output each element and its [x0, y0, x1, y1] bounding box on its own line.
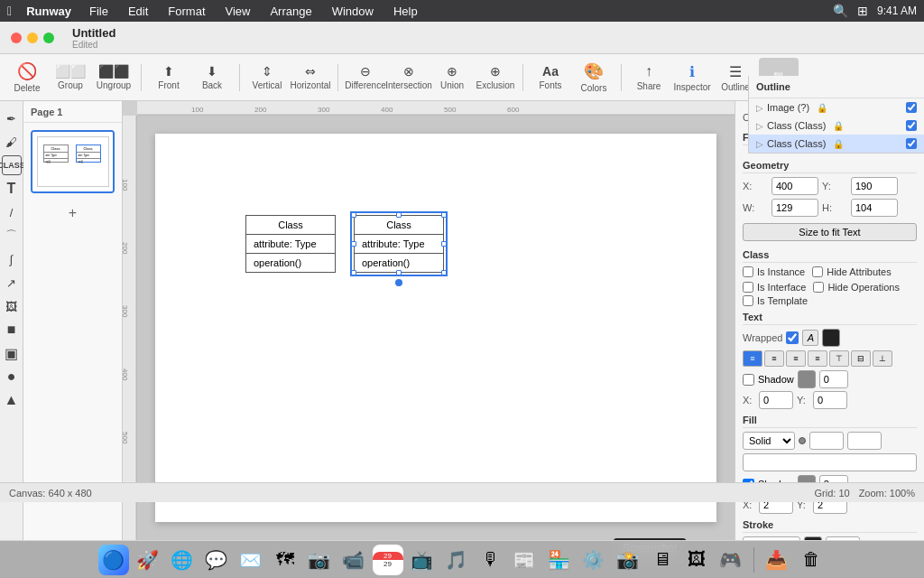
dock-trash[interactable]: 🗑	[796, 545, 827, 575]
dock-settings[interactable]: ⚙️	[578, 545, 609, 575]
align-left-button[interactable]: ≡	[743, 350, 762, 367]
tool-arrow[interactable]: ↗	[2, 273, 22, 293]
share-button[interactable]: ↑ Share	[629, 58, 669, 98]
menu-view[interactable]: View	[222, 3, 254, 20]
text-shadow-color[interactable]	[798, 370, 816, 388]
tool-line[interactable]: /	[2, 202, 22, 222]
tool-rounded-rect[interactable]: ▣	[2, 343, 22, 363]
ungroup-button[interactable]: ⬛⬛ Ungroup	[94, 58, 134, 98]
canvas-area[interactable]: 100 200 300 400 500 600 100 200 300 400	[123, 101, 735, 540]
wrapped-checkbox[interactable]	[786, 331, 799, 344]
tool-curve[interactable]: ⌒	[2, 226, 22, 246]
outline-item-0[interactable]: ▷ Image (?) 🔒	[749, 98, 924, 117]
h-input[interactable]	[851, 199, 898, 217]
intersection-button[interactable]: ⊗ Intersection	[389, 58, 429, 98]
size-to-fit-button[interactable]: Size to fit Text	[743, 223, 917, 241]
outline-item-2-visible[interactable]	[906, 138, 917, 149]
control-center-icon[interactable]: ⊞	[857, 4, 868, 18]
dock-maps[interactable]: 🗺	[270, 545, 300, 575]
dock-retcon[interactable]: 🎮	[716, 545, 746, 575]
search-icon[interactable]: 🔍	[833, 4, 848, 18]
fill-y-val[interactable]	[847, 432, 882, 450]
minimize-button[interactable]	[27, 33, 38, 43]
page-1-thumbnail[interactable]: Class attr: Type op() Class attr: Type o…	[31, 130, 115, 193]
fonts-button[interactable]: Aa Fonts	[531, 58, 570, 98]
align-justify-button[interactable]: ≡	[808, 350, 827, 367]
text-style-a[interactable]: A	[802, 330, 818, 346]
outline-item-1[interactable]: ▷ Class (Class) 🔒	[749, 117, 924, 135]
dock-screenshot[interactable]: 📸	[613, 545, 643, 575]
dock-tv[interactable]: 📺	[407, 545, 438, 575]
group-button[interactable]: ⬜⬜ Group	[51, 58, 90, 98]
maximize-button[interactable]	[43, 33, 54, 43]
dock-podcasts[interactable]: 🎙	[476, 545, 506, 575]
tool-class-shape[interactable]: CLASS	[2, 155, 22, 175]
align-bottom-button[interactable]: ⊥	[873, 350, 892, 367]
is-interface-checkbox[interactable]	[743, 282, 753, 293]
menu-edit[interactable]: Edit	[125, 3, 152, 20]
uml-class-2[interactable]: Class attribute: Type operation()	[354, 215, 444, 273]
tool-circle[interactable]: ●	[2, 367, 22, 387]
handle-bl[interactable]	[351, 270, 356, 275]
hide-ops-checkbox[interactable]	[813, 282, 824, 293]
tool-image[interactable]: 🖼	[2, 296, 22, 316]
tool-rect[interactable]: ■	[2, 320, 22, 340]
handle-tc[interactable]	[396, 212, 402, 218]
menu-window[interactable]: Window	[328, 3, 377, 20]
dock-mail[interactable]: ✉️	[236, 545, 266, 575]
dock-terminal[interactable]: 🖥	[647, 545, 678, 575]
exclusion-button[interactable]: ⊕ Exclusion	[476, 58, 515, 98]
close-button[interactable]	[11, 33, 22, 43]
back-button[interactable]: ⬇ Back	[192, 58, 232, 98]
dock-photos[interactable]: 📷	[304, 545, 335, 575]
handle-mr[interactable]	[441, 241, 447, 247]
menu-help[interactable]: Help	[390, 3, 421, 20]
vertical-button[interactable]: ⇕ Vertical	[247, 58, 287, 98]
dock-music[interactable]: 🎵	[441, 545, 472, 575]
dock-messages[interactable]: 💬	[201, 545, 232, 575]
tool-triangle[interactable]: ▲	[2, 390, 22, 410]
align-top-button[interactable]: ⊤	[829, 350, 849, 367]
dock-airdrop[interactable]: 📥	[762, 545, 792, 575]
handle-bc[interactable]	[396, 270, 402, 275]
handle-tl[interactable]	[351, 212, 356, 218]
fill-color-box[interactable]	[743, 453, 917, 471]
w-input[interactable]	[772, 199, 818, 217]
dock-safari[interactable]: 🌐	[167, 545, 198, 575]
delete-button[interactable]: 🚫 Delete	[7, 58, 47, 98]
tool-text[interactable]: T	[2, 179, 22, 199]
y-input[interactable]	[851, 177, 898, 195]
tool-brush[interactable]: 🖌	[2, 132, 22, 152]
dock-news[interactable]: 📰	[510, 545, 541, 575]
fill-type-select[interactable]: Solid Linear Radial None	[743, 432, 795, 450]
align-center-button[interactable]: ≡	[764, 350, 784, 367]
add-page-button[interactable]: +	[31, 204, 115, 222]
canvas-background[interactable]: Class attribute: Type operation() Class …	[137, 116, 735, 540]
dock-calendar[interactable]: 29 29	[373, 545, 403, 575]
text-shadow-y[interactable]	[813, 391, 847, 409]
difference-button[interactable]: ⊖ Difference	[346, 58, 385, 98]
text-shadow-x[interactable]	[759, 391, 793, 409]
is-template-checkbox[interactable]	[743, 295, 753, 306]
x-input[interactable]	[772, 177, 818, 195]
union-button[interactable]: ⊕ Union	[432, 58, 472, 98]
dock-preview[interactable]: 🖼	[681, 545, 712, 575]
text-shadow-checkbox[interactable]	[743, 374, 754, 386]
tool-pen[interactable]: ✒	[2, 108, 22, 128]
inspector-button[interactable]: ℹ Inspector	[672, 58, 712, 98]
outline-item-1-visible[interactable]	[906, 120, 917, 131]
dock-launchpad[interactable]: 🚀	[133, 545, 163, 575]
dock-finder[interactable]: 🔵	[98, 545, 129, 575]
outline-item-0-visible[interactable]	[906, 102, 917, 113]
handle-br[interactable]	[441, 270, 447, 275]
menu-format[interactable]: Format	[164, 3, 208, 20]
uml-class-1[interactable]: Class attribute: Type operation()	[245, 215, 336, 273]
menu-arrange[interactable]: Arrange	[266, 3, 315, 20]
colors-button[interactable]: 🎨 Colors	[574, 58, 614, 98]
tool-arc[interactable]: ∫	[2, 249, 22, 269]
align-mid-button[interactable]: ⊟	[851, 350, 871, 367]
align-right-button[interactable]: ≡	[786, 350, 806, 367]
handle-ml[interactable]	[351, 241, 356, 247]
connect-dot[interactable]	[395, 279, 402, 286]
handle-tr[interactable]	[441, 212, 447, 218]
